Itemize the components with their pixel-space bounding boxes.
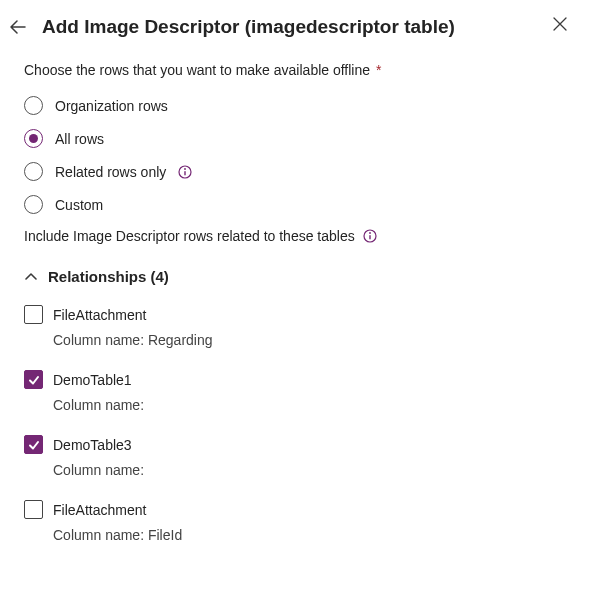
radio-label: Organization rows xyxy=(55,98,168,114)
radio-option[interactable]: Related rows only xyxy=(24,162,568,181)
relationship-name: FileAttachment xyxy=(53,502,146,518)
panel-title: Add Image Descriptor (imagedescriptor ta… xyxy=(42,16,548,38)
relationships-heading: Relationships (4) xyxy=(48,268,169,285)
chevron-up-icon xyxy=(24,270,38,284)
back-arrow-icon[interactable] xyxy=(8,17,28,37)
relationship-item: DemoTable3Column name: xyxy=(24,435,568,478)
radio-circle-icon xyxy=(24,195,43,214)
radio-label: Custom xyxy=(55,197,103,213)
include-related-row: Include Image Descriptor rows related to… xyxy=(24,228,568,244)
radio-circle-icon xyxy=(24,129,43,148)
rows-radio-group: Organization rowsAll rowsRelated rows on… xyxy=(24,96,568,214)
relationship-item: DemoTable1Column name: xyxy=(24,370,568,413)
relationship-checkbox[interactable] xyxy=(24,305,43,324)
relationship-item: FileAttachmentColumn name: FileId xyxy=(24,500,568,543)
relationship-checkbox[interactable] xyxy=(24,500,43,519)
relationship-column: Column name: FileId xyxy=(53,527,568,543)
relationships-list: FileAttachmentColumn name: RegardingDemo… xyxy=(24,305,568,543)
relationship-name: DemoTable3 xyxy=(53,437,132,453)
relationship-checkbox[interactable] xyxy=(24,370,43,389)
column-label: Column name: xyxy=(53,527,144,543)
radio-dot-icon xyxy=(29,134,38,143)
relationship-column: Column name: xyxy=(53,397,568,413)
relationship-name: FileAttachment xyxy=(53,307,146,323)
column-value: Regarding xyxy=(144,332,213,348)
svg-rect-5 xyxy=(369,235,370,240)
relationship-checkbox[interactable] xyxy=(24,435,43,454)
close-icon[interactable] xyxy=(548,12,572,36)
info-icon[interactable] xyxy=(178,165,192,179)
svg-point-1 xyxy=(184,168,186,170)
panel-content: Choose the rows that you want to make av… xyxy=(0,38,592,543)
panel-header: Add Image Descriptor (imagedescriptor ta… xyxy=(0,0,592,38)
relationship-item-top: DemoTable3 xyxy=(24,435,568,454)
radio-label: Related rows only xyxy=(55,164,166,180)
relationship-item: FileAttachmentColumn name: Regarding xyxy=(24,305,568,348)
radio-option[interactable]: All rows xyxy=(24,129,568,148)
radio-circle-icon xyxy=(24,162,43,181)
column-value: FileId xyxy=(144,527,182,543)
relationship-column: Column name: Regarding xyxy=(53,332,568,348)
radio-label: All rows xyxy=(55,131,104,147)
required-marker: * xyxy=(376,62,381,78)
include-label: Include Image Descriptor rows related to… xyxy=(24,228,355,244)
radio-option[interactable]: Organization rows xyxy=(24,96,568,115)
choose-rows-text: Choose the rows that you want to make av… xyxy=(24,62,370,78)
checkmark-icon xyxy=(28,439,40,451)
radio-option[interactable]: Custom xyxy=(24,195,568,214)
svg-point-4 xyxy=(369,232,371,234)
relationship-item-top: DemoTable1 xyxy=(24,370,568,389)
column-label: Column name: xyxy=(53,397,144,413)
choose-rows-label: Choose the rows that you want to make av… xyxy=(24,62,568,78)
checkmark-icon xyxy=(28,374,40,386)
relationship-column: Column name: xyxy=(53,462,568,478)
svg-rect-2 xyxy=(185,171,186,176)
relationship-item-top: FileAttachment xyxy=(24,500,568,519)
info-icon[interactable] xyxy=(363,229,377,243)
relationships-toggle[interactable]: Relationships (4) xyxy=(24,268,568,285)
relationship-name: DemoTable1 xyxy=(53,372,132,388)
relationship-item-top: FileAttachment xyxy=(24,305,568,324)
column-label: Column name: xyxy=(53,332,144,348)
radio-circle-icon xyxy=(24,96,43,115)
column-label: Column name: xyxy=(53,462,144,478)
